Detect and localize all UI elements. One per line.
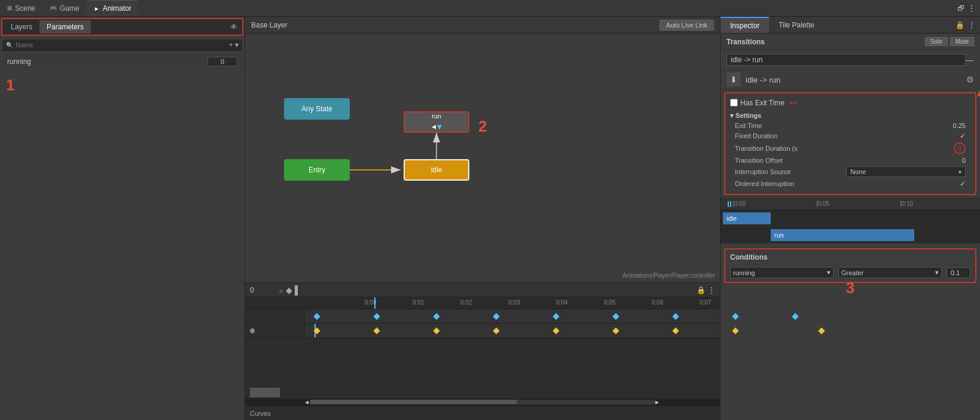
- auto-live-link-button[interactable]: Auto Live Link: [660, 20, 714, 31]
- anim-icon: ⬇: [726, 72, 741, 87]
- ruler-mark-2: 0:02: [460, 299, 472, 306]
- animator-icon: ►: [94, 5, 100, 12]
- inspector-timeline: ⏸ |0:00 |0:05 |0:10 idle run: [721, 197, 980, 244]
- inspector-panel: Inspector Tile Palette 🔒 ⋮ Transitions S…: [720, 17, 980, 420]
- playhead[interactable]: [374, 297, 375, 309]
- run-bar: run: [771, 229, 914, 241]
- keyframe-y-4[interactable]: [493, 327, 499, 334]
- ruler-mark-1: 0:01: [413, 299, 424, 306]
- interruption-source-row: Interruption Source None ▾: [730, 165, 970, 178]
- tab-game[interactable]: 🎮 Game: [42, 0, 87, 16]
- timeline-counter: 0: [250, 286, 274, 294]
- condition-value-input[interactable]: [947, 267, 970, 278]
- condition-comparison-dropdown[interactable]: Greater ▾: [838, 267, 942, 278]
- conditions-section: Conditions running ▾ Greater ▾: [724, 248, 976, 283]
- scrollbar-thumb[interactable]: [310, 400, 517, 404]
- inspector-timeline-ruler: ⏸ |0:00 |0:05 |0:10: [721, 198, 980, 210]
- mute-button[interactable]: Mute: [950, 37, 974, 46]
- keyframe-y-3[interactable]: [433, 327, 439, 334]
- tab-tile-palette[interactable]: Tile Palette: [769, 17, 824, 33]
- node-idle[interactable]: idle: [404, 159, 469, 181]
- bottom-timeline: 0 ⬦ ◆ ▌ 🔒 ⋮ 0:00 0:01 0:02 0:03: [245, 282, 720, 420]
- keyframe-diamond-4[interactable]: [493, 313, 499, 319]
- timeline-ruler: 0:00 0:01 0:02 0:03 0:04 0:05 0:06 0:07 …: [245, 297, 720, 309]
- animator-center: Base Layer Auto Live Link Any Stat: [245, 17, 720, 420]
- scene-icon: ⊞: [7, 5, 12, 11]
- keyframe-diamond-5[interactable]: [552, 313, 559, 319]
- idle-bar: idle: [723, 212, 771, 224]
- timeline-lock-icon[interactable]: 🔒: [697, 286, 706, 294]
- transition-name: idle -> run: [726, 54, 966, 66]
- inspector-menu-icon[interactable]: ⋮: [968, 21, 975, 29]
- inspector-actions: 🔒 ⋮: [955, 21, 980, 29]
- add-parameter-button[interactable]: + ▾: [229, 41, 239, 49]
- keyframe-prev-button[interactable]: ⬦: [279, 285, 283, 295]
- inspector-track-idle: idle: [721, 210, 980, 227]
- timeline-menu-icon[interactable]: ⋮: [708, 286, 715, 294]
- has-exit-wrapper: Has Exit Time ↩ ▾ Settings Exit Time 0.2…: [721, 90, 980, 197]
- transition-remove-button[interactable]: —: [966, 55, 974, 65]
- node-run[interactable]: run ◂ ▾: [404, 111, 469, 133]
- tab-animator[interactable]: ► Animator: [87, 0, 139, 16]
- transition-offset-row: Transition Offset 0: [730, 156, 970, 165]
- ordered-interruption-check: ✓: [960, 179, 966, 188]
- keyframe-next-button[interactable]: ▌: [295, 285, 301, 295]
- keyframe-diamond-6[interactable]: [612, 313, 619, 319]
- animator-canvas[interactable]: Any State Entry idle run ◂ ▾ 2 Animation…: [245, 34, 720, 282]
- ordered-interruption-row: Ordered Interruption ✓: [730, 178, 970, 189]
- timeline-header: 0 ⬦ ◆ ▌ 🔒 ⋮: [245, 283, 720, 297]
- track-2: [245, 324, 720, 338]
- window-menu-icon[interactable]: ⋮: [968, 4, 975, 13]
- tab-scene-label: Scene: [15, 4, 35, 13]
- window-restore-icon[interactable]: 🗗: [957, 4, 964, 13]
- settings-title[interactable]: ▾ Settings: [730, 112, 970, 120]
- keyframe-y-7[interactable]: [672, 327, 679, 334]
- tab-inspector[interactable]: Inspector: [721, 17, 769, 33]
- tab-scene[interactable]: ⊞ Scene: [0, 0, 42, 16]
- ruler-mark-7: 0:07: [700, 299, 711, 306]
- scroll-left-arrow[interactable]: ◂: [305, 398, 310, 406]
- timeline-scrollbar[interactable]: ◂ ▸: [245, 398, 720, 406]
- conditions-title: Conditions: [728, 252, 973, 263]
- keyframe-diamond-2[interactable]: [373, 313, 380, 319]
- keyframe-diamond-3[interactable]: [433, 313, 439, 319]
- tab-layers[interactable]: Layers: [4, 20, 39, 34]
- transitions-title: Transitions: [726, 38, 765, 46]
- ruler-0-10: |0:10: [900, 200, 913, 207]
- ruler-mark-6: 0:06: [652, 299, 663, 306]
- interruption-source-dropdown[interactable]: None ▾: [846, 166, 966, 177]
- keyframe-add-button[interactable]: ◆: [286, 285, 292, 295]
- ruler-mark-4: 0:04: [556, 299, 567, 306]
- node-any-state[interactable]: Any State: [284, 98, 350, 120]
- transition-duration-row: Transition Duration (s 0: [730, 141, 970, 156]
- ruler-0-00: |0:00: [732, 200, 746, 207]
- annotation-1: 1: [6, 76, 14, 95]
- solo-mute-controls: Solo Mute: [925, 37, 974, 46]
- parameter-value-input[interactable]: [207, 57, 237, 66]
- scroll-right-arrow[interactable]: ▸: [655, 398, 660, 406]
- gear-icon[interactable]: ⚙: [966, 75, 974, 84]
- keyframe-y-5[interactable]: [552, 327, 559, 334]
- keyframe-diamond-1[interactable]: [313, 313, 320, 319]
- has-exit-time-checkbox[interactable]: [730, 99, 738, 106]
- has-exit-section: Has Exit Time ↩ ▾ Settings Exit Time 0.2…: [724, 92, 976, 195]
- tab-parameters[interactable]: Parameters: [39, 20, 91, 34]
- condition-parameter-dropdown[interactable]: running ▾: [730, 267, 834, 278]
- track-1-label: [245, 309, 305, 323]
- ruler-0-05: |0:05: [816, 200, 829, 207]
- search-input[interactable]: [16, 41, 227, 48]
- keyframe-diamond-7[interactable]: [672, 313, 679, 319]
- keyframe-y-2[interactable]: [373, 327, 380, 334]
- solo-button[interactable]: Solo: [925, 37, 948, 46]
- inspector-lock-icon[interactable]: 🔒: [955, 21, 964, 29]
- track-1-content[interactable]: [305, 309, 720, 323]
- track-2-content[interactable]: [305, 324, 720, 337]
- top-bar: ⊞ Scene 🎮 Game ► Animator 🗗 ⋮: [0, 0, 980, 17]
- eye-button[interactable]: 👁: [227, 22, 241, 32]
- curves-label: Curves: [250, 410, 271, 417]
- node-entry[interactable]: Entry: [284, 159, 350, 181]
- keyframe-y-6[interactable]: [612, 327, 619, 334]
- scrollbar-track[interactable]: [310, 400, 655, 404]
- search-bar: 🔍 + ▾: [2, 39, 242, 51]
- canvas-path: Animations/Player/Player.controller: [622, 272, 715, 279]
